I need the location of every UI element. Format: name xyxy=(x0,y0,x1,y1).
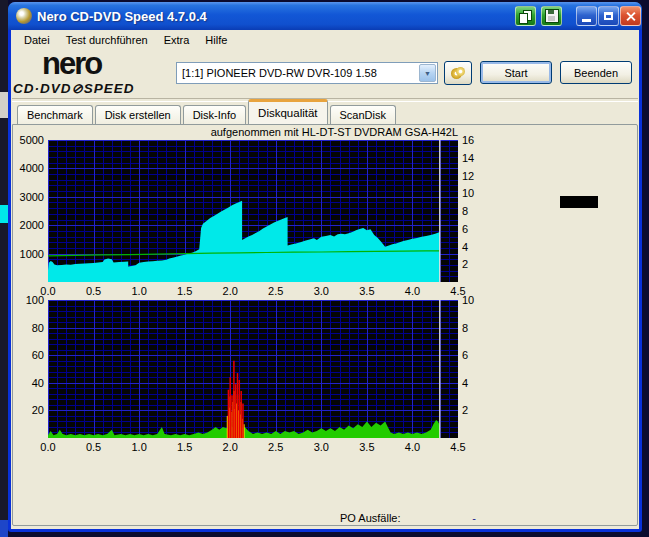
redacted-label-value xyxy=(560,196,598,208)
axis-tick-label: 4000 xyxy=(7,162,44,174)
axis-tick-label: 6 xyxy=(462,349,486,361)
axis-tick-label: 100 xyxy=(7,294,44,306)
titlebar-copy-button[interactable] xyxy=(515,6,536,26)
minimize-icon xyxy=(582,19,591,22)
axis-tick-label: 2 xyxy=(462,404,486,416)
axis-tick-label: 1.5 xyxy=(170,441,200,453)
menu-extra[interactable]: Extra xyxy=(156,32,198,48)
drive-select-value: [1:1] PIONEER DVD-RW DVR-109 1.58 xyxy=(177,67,418,79)
titlebar-save-button[interactable] xyxy=(541,6,562,26)
axis-tick-label: 3000 xyxy=(7,191,44,203)
minimize-button[interactable] xyxy=(576,6,597,26)
app-icon xyxy=(16,8,32,24)
axis-tick-label: 12 xyxy=(462,170,486,182)
background-window-border xyxy=(0,520,8,537)
close-icon xyxy=(625,11,636,22)
nero-logo: nero xyxy=(42,48,101,79)
axis-tick-label: 6 xyxy=(462,223,486,235)
tab-scandisk[interactable]: ScanDisk xyxy=(330,105,396,124)
tab-disk-info[interactable]: Disk-Info xyxy=(183,105,246,124)
axis-tick-label: 2000 xyxy=(7,219,44,231)
axis-tick-label: 40 xyxy=(7,377,44,389)
tab-disk-erstellen[interactable]: Disk erstellen xyxy=(95,105,181,124)
axis-tick-label: 20 xyxy=(7,404,44,416)
menu-hilfe[interactable]: Hilfe xyxy=(197,32,235,48)
axis-tick-label: 0.0 xyxy=(33,441,63,453)
chevron-down-icon[interactable]: ▼ xyxy=(419,64,436,82)
tab-bar: Benchmark Disk erstellen Disk-Info Diskq… xyxy=(17,103,398,124)
cd-dvd-speed-logo: CD·DVD⊘SPEED xyxy=(13,80,135,96)
axis-tick-label: 10 xyxy=(462,187,486,199)
axis-tick-label: 3.5 xyxy=(352,441,382,453)
axis-tick-label: 4 xyxy=(462,241,486,253)
disc-icon xyxy=(451,67,465,79)
axis-tick-label: 3.0 xyxy=(306,285,336,297)
axis-tick-label: 1000 xyxy=(7,248,44,260)
axis-tick-label: 4 xyxy=(462,377,486,389)
desktop: { "window": {"title": "Nero CD-DVD Speed… xyxy=(0,0,649,537)
window-title: Nero CD-DVD Speed 4.7.0.4 xyxy=(37,9,207,24)
close-button[interactable] xyxy=(620,6,641,26)
axis-tick-label: 2.5 xyxy=(261,285,291,297)
axis-tick-label: 80 xyxy=(7,322,44,334)
pi-errors-chart xyxy=(48,140,458,282)
background-window-fragment xyxy=(0,92,8,118)
axis-tick-label: 5000 xyxy=(7,134,44,146)
axis-tick-label: 3.5 xyxy=(352,285,382,297)
axis-tick-label: 1.5 xyxy=(170,285,200,297)
copy-icon xyxy=(519,10,532,23)
maximize-button[interactable] xyxy=(598,6,619,26)
axis-tick-label: 4.5 xyxy=(443,441,473,453)
axis-tick-label: 8 xyxy=(462,322,486,334)
axis-tick-label: 10 xyxy=(462,294,486,306)
maximize-icon xyxy=(604,12,613,20)
po-failures-label: PO Ausfälle: xyxy=(340,512,401,524)
axis-tick-label: 8 xyxy=(462,205,486,217)
po-failures-row: PO Ausfälle: - xyxy=(340,512,476,524)
po-failures-value: - xyxy=(472,512,476,524)
axis-tick-label: 1.0 xyxy=(124,441,154,453)
axis-tick-label: 3.0 xyxy=(306,441,336,453)
axis-tick-label: 2 xyxy=(462,258,486,270)
axis-tick-label: 4.0 xyxy=(397,285,427,297)
tab-benchmark[interactable]: Benchmark xyxy=(17,105,93,124)
axis-tick-label: 60 xyxy=(7,349,44,361)
axis-tick-label: 2.0 xyxy=(215,441,245,453)
axis-tick-label: 0.5 xyxy=(79,441,109,453)
axis-tick-label: 1.0 xyxy=(124,285,154,297)
axis-tick-label: 4.0 xyxy=(397,441,427,453)
quit-button[interactable]: Beenden xyxy=(560,61,632,84)
menu-bar: Datei Test durchführen Extra Hilfe xyxy=(11,30,639,49)
axis-tick-label: 2.5 xyxy=(261,441,291,453)
start-button[interactable]: Start xyxy=(480,61,552,84)
drive-select[interactable]: [1:1] PIONEER DVD-RW DVR-109 1.58 ▼ xyxy=(176,62,438,84)
axis-tick-label: 2.0 xyxy=(215,285,245,297)
save-icon xyxy=(545,9,559,23)
background-window-sliver xyxy=(0,0,8,537)
tab-diskqualitaet[interactable]: Diskqualität xyxy=(248,99,327,124)
axis-tick-label: 16 xyxy=(462,134,486,146)
eject-disc-button[interactable] xyxy=(444,61,472,85)
axis-tick-label: 14 xyxy=(462,152,486,164)
chart-title: aufgenommen mit HL-DT-ST DVDRAM GSA-H42L xyxy=(48,126,458,138)
axis-tick-label: 0.5 xyxy=(79,285,109,297)
pi-failures-chart xyxy=(48,300,458,438)
